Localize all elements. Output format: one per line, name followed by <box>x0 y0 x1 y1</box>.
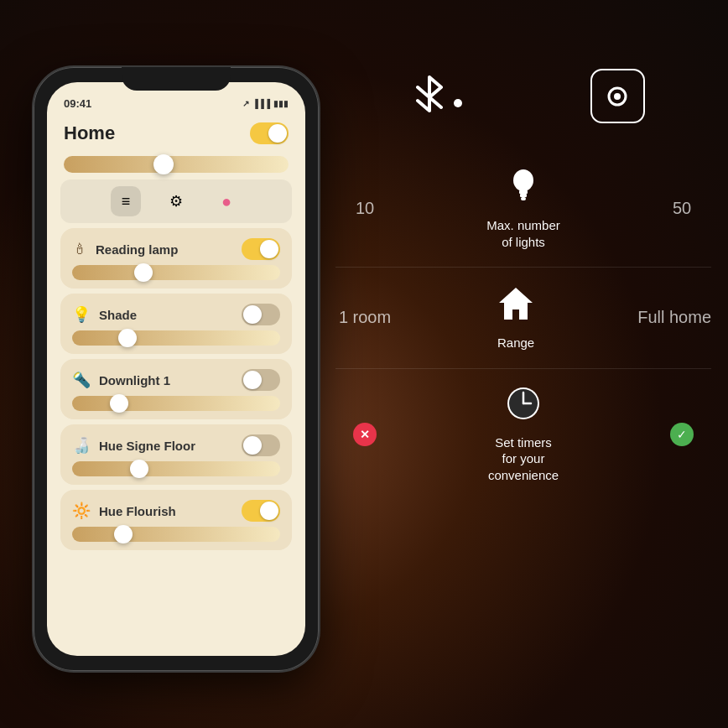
light-item-downlight: 🔦 Downlight 1 <box>60 359 292 419</box>
range-right-value: Full home <box>637 308 711 327</box>
app-header: Home <box>47 116 305 151</box>
home-icon <box>496 284 536 321</box>
range-left-value: 1 room <box>335 308 394 327</box>
light-toggle-4[interactable] <box>242 500 280 522</box>
light-toggle-0[interactable] <box>242 238 280 260</box>
range-label: Range <box>497 335 534 351</box>
lights-right-value: 50 <box>653 199 711 218</box>
tab-bar: ≡ ⚙ ● <box>60 179 292 223</box>
brightness-thumb[interactable] <box>153 154 174 174</box>
top-icons-row <box>335 50 711 125</box>
phone-frame: 09:41 ↗ ▐▐▐ ▮▮▮ Home ≡ ⚙ ● <box>34 67 319 671</box>
svg-marker-6 <box>499 288 533 320</box>
slider-thumb-3[interactable] <box>130 460 148 478</box>
light-item-shade: 💡 Shade <box>60 294 292 354</box>
lights-center: Max. numberof lights <box>469 167 578 250</box>
downlight-icon: 🔦 <box>72 371 91 389</box>
location-icon: ↗ <box>242 99 249 108</box>
light-name-4: Hue Flourish <box>99 504 233 518</box>
lights-comparison-row: 10 Max. numberof lights 50 <box>335 150 711 268</box>
lights-center-icon <box>511 167 536 211</box>
light-item-flourish: 🔆 Hue Flourish <box>60 490 292 550</box>
timer-label: Set timersfor yourconvenience <box>488 434 559 484</box>
range-comparison-row: 1 room Range Full home <box>335 268 711 369</box>
bluetooth-icon <box>403 67 457 122</box>
lightbulb-icon <box>511 167 536 204</box>
flourish-icon: 🔆 <box>72 502 91 520</box>
light-item-signe: 🍶 Hue Signe Floor <box>60 424 292 485</box>
light-item-reading-lamp: 🕯 Reading lamp <box>60 228 292 289</box>
svg-rect-4 <box>520 194 527 197</box>
clock-icon <box>506 386 541 421</box>
slider-thumb-4[interactable] <box>114 525 133 543</box>
info-panel: 10 Max. numberof lights 50 1 room <box>335 50 711 711</box>
timer-center: Set timersfor yourconvenience <box>469 386 578 484</box>
light-slider-2[interactable] <box>72 396 280 411</box>
light-name-1: Shade <box>99 308 233 322</box>
light-slider-0[interactable] <box>72 265 280 280</box>
bridge-icon <box>590 69 645 123</box>
timer-comparison-row: ✕ Set timersfor yourconvenience ✓ <box>335 369 711 501</box>
battery-icon: ▮▮▮ <box>273 99 289 108</box>
bluetooth-feature <box>403 67 457 125</box>
lights-left-value: 10 <box>335 199 394 218</box>
light-name: Reading lamp <box>96 242 233 257</box>
slider-thumb-1[interactable] <box>118 329 137 347</box>
phone-notch <box>122 67 231 91</box>
tab-colors[interactable]: ● <box>211 186 242 216</box>
lamp-icon: 🕯 <box>72 241 87 258</box>
signal-icon: ▐▐▐ <box>252 99 270 108</box>
yes-timers-mark: ✓ <box>670 423 694 446</box>
timer-left: ✕ <box>335 423 394 446</box>
status-time: 09:41 <box>64 97 91 110</box>
bluetooth-info-dot <box>454 99 462 107</box>
phone-mockup: 09:41 ↗ ▐▐▐ ▮▮▮ Home ≡ ⚙ ● <box>34 67 319 671</box>
range-center: Range <box>461 284 570 351</box>
bridge-svg <box>601 80 634 113</box>
bridge-feature <box>590 69 645 123</box>
light-name-2: Downlight 1 <box>99 373 233 387</box>
light-toggle-1[interactable] <box>242 304 280 325</box>
light-name-3: Hue Signe Floor <box>99 439 233 453</box>
light-toggle-3[interactable] <box>242 434 280 456</box>
phone-screen: 09:41 ↗ ▐▐▐ ▮▮▮ Home ≡ ⚙ ● <box>47 82 305 656</box>
svg-point-1 <box>614 93 621 100</box>
light-slider-4[interactable] <box>72 527 280 542</box>
home-toggle[interactable] <box>250 122 289 144</box>
light-toggle-2[interactable] <box>242 369 280 391</box>
shade-icon: 💡 <box>72 305 91 324</box>
lights-label: Max. numberof lights <box>486 217 560 250</box>
tab-list[interactable]: ≡ <box>111 186 141 216</box>
tab-settings[interactable]: ⚙ <box>161 186 191 216</box>
svg-rect-5 <box>521 197 526 200</box>
svg-rect-3 <box>519 190 528 194</box>
status-icons: ↗ ▐▐▐ ▮▮▮ <box>242 99 289 108</box>
slider-thumb-2[interactable] <box>110 394 128 413</box>
light-slider-1[interactable] <box>72 330 280 346</box>
timer-right: ✓ <box>653 423 711 446</box>
brightness-slider[interactable] <box>64 156 289 173</box>
range-center-icon <box>496 284 536 328</box>
slider-thumb-0[interactable] <box>134 263 153 282</box>
signe-icon: 🍶 <box>72 436 91 455</box>
app-title: Home <box>64 122 115 144</box>
light-slider-3[interactable] <box>72 461 280 476</box>
timer-center-icon <box>506 386 541 428</box>
no-timers-mark: ✕ <box>353 423 377 446</box>
svg-point-2 <box>513 169 533 191</box>
